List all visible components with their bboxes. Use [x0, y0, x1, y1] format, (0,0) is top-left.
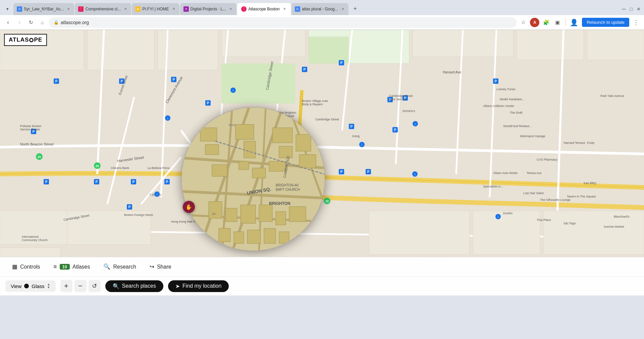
profile-icon[interactable]: A	[530, 18, 539, 27]
relaunch-button[interactable]: Relaunch to update	[582, 18, 629, 27]
svg-text:5000: 5000	[229, 123, 235, 127]
svg-text:i: i	[415, 173, 415, 176]
svg-rect-155	[234, 232, 244, 243]
svg-text:Blanchard's: Blanchard's	[614, 215, 630, 218]
svg-text:P: P	[55, 79, 58, 83]
research-button[interactable]: 🔍 Research	[97, 260, 143, 274]
extension-puzzle-icon[interactable]: 🧩	[541, 18, 551, 27]
svg-text:Tavern In The Square: Tavern In The Square	[567, 195, 596, 198]
menu-icon[interactable]: ⋮	[631, 18, 641, 27]
tab-favicon-5: 📍	[241, 6, 247, 12]
sidebar-button[interactable]: ▣	[553, 18, 562, 27]
tab-google[interactable]: G atlas plural - Goog... ✕	[291, 3, 348, 15]
zoom-in-button[interactable]: +	[60, 280, 72, 292]
search-icon: 🔍	[113, 283, 119, 289]
close-window-button[interactable]: ✕	[637, 6, 641, 12]
user-icon[interactable]: 👤	[569, 18, 579, 27]
atlases-label: Atlases	[72, 264, 90, 270]
forward-button[interactable]: ›	[15, 18, 24, 27]
svg-text:Body & Repairs: Body & Repairs	[302, 103, 323, 106]
svg-text:StreetFood Restaur...: StreetFood Restaur...	[503, 124, 532, 128]
tab-favicon-2: 📍	[78, 6, 84, 12]
svg-rect-136	[200, 128, 217, 141]
svg-text:Boston Foreign Motor: Boston Foreign Motor	[124, 213, 153, 217]
tab-close-6[interactable]: ✕	[340, 7, 345, 11]
svg-text:BRIGHTON-AV.: BRIGHTON-AV.	[276, 183, 299, 187]
svg-text:20: 20	[38, 155, 41, 159]
svg-text:P: P	[128, 205, 131, 209]
tab-back-history[interactable]: ▾	[3, 5, 11, 13]
svg-text:Park Yale Avenue: Park Yale Avenue	[600, 94, 624, 98]
svg-text:Domino's: Domino's	[402, 109, 415, 113]
search-places-button[interactable]: 🔍 Search places	[105, 280, 163, 292]
maximize-button[interactable]: □	[630, 6, 633, 12]
svg-text:Kao BBQ: Kao BBQ	[584, 181, 596, 185]
reload-button[interactable]: ↻	[26, 18, 36, 27]
svg-text:International: International	[22, 235, 39, 238]
svg-text:P: P	[207, 101, 209, 105]
svg-text:Motorsport Garage: Motorsport Garage	[520, 134, 545, 138]
svg-text:Thai Place: Thai Place	[537, 218, 551, 222]
atlascope-logo[interactable]: ATLAS PE	[4, 34, 47, 46]
tab-atlascope[interactable]: 📍 Atlascope Boston ✕	[237, 3, 290, 15]
svg-text:P: P	[45, 180, 48, 184]
tab-bar: ▾ S Syr_Law_NYBar_Ac... ✕ 📍 Comprehensiv…	[0, 0, 644, 15]
atlases-button[interactable]: ≡ 10 Atlases	[47, 260, 97, 274]
atlases-badge: 10	[60, 264, 70, 270]
tab-close-1[interactable]: ✕	[66, 7, 71, 11]
svg-text:North Beacon Street: North Beacon Street	[20, 142, 54, 146]
search-places-label: Search places	[122, 283, 156, 289]
back-button[interactable]: ‹	[3, 18, 13, 27]
svg-text:P: P	[96, 180, 98, 184]
tab-syr-law[interactable]: S Syr_Law_NYBar_Ac... ✕	[13, 3, 74, 15]
svg-text:Lutz Hair Salon: Lutz Hair Salon	[523, 191, 544, 195]
svg-rect-151	[259, 205, 272, 222]
svg-text:i: i	[233, 89, 233, 92]
view-chevron: ▲ ▼	[47, 283, 50, 289]
tab-close-2[interactable]: ✕	[123, 7, 128, 11]
tab-favicon-3: ★	[135, 6, 141, 12]
svg-rect-152	[276, 212, 286, 225]
controls-button[interactable]: ▦ Controls	[5, 260, 47, 274]
share-button[interactable]: ↪ Share	[143, 260, 178, 274]
svg-text:CVS Pharmacy: CVS Pharmacy	[537, 158, 557, 161]
svg-text:P: P	[166, 180, 168, 184]
svg-text:BRIGHTON: BRIGHTON	[269, 201, 290, 206]
map-container[interactable]: P P P P P P P P P P P P P P	[0, 30, 644, 295]
svg-rect-144	[279, 146, 292, 158]
svg-text:Polestar Boston: Polestar Boston	[20, 124, 42, 128]
zoom-out-button[interactable]: −	[74, 280, 87, 292]
svg-text:The Silhouette Lounge: The Silhouette Lounge	[540, 198, 571, 202]
home-button[interactable]: ⌂	[38, 18, 47, 27]
svg-text:P: P	[132, 180, 135, 184]
zoom-reset-button[interactable]: ↺	[89, 280, 101, 292]
tab-label-2: Comprehensive cl...	[85, 7, 121, 11]
find-location-button[interactable]: ➤ Find my location	[168, 280, 229, 292]
svg-text:i: i	[157, 193, 157, 196]
tab-close-4[interactable]: ✕	[228, 7, 233, 11]
bookmark-button[interactable]: ☆	[519, 18, 528, 27]
tab-label-1: Syr_Law_NYBar_Ac...	[24, 7, 64, 11]
tab-close-3[interactable]: ✕	[171, 7, 176, 11]
svg-rect-145	[269, 161, 286, 171]
tab-label-3: PI.FYI | HOME	[142, 7, 169, 11]
svg-rect-143	[272, 128, 292, 143]
svg-text:Model Hardware...: Model Hardware...	[500, 98, 525, 101]
tab-label-4: Digital Projects · L...	[191, 7, 226, 11]
url-bar[interactable]: 🔒 atlascope.org	[49, 17, 517, 28]
svg-text:Cambridge Street: Cambridge Street	[315, 118, 339, 121]
svg-rect-139	[235, 124, 254, 139]
svg-rect-154	[219, 228, 230, 242]
tab-favicon-4: ✳	[183, 6, 189, 12]
svg-rect-4	[221, 30, 305, 57]
svg-text:P: P	[367, 170, 370, 174]
tab-close-5[interactable]: ✕	[282, 7, 287, 11]
tab-comprehensive[interactable]: 📍 Comprehensive cl... ✕	[75, 3, 131, 15]
tab-pifyi[interactable]: ★ PI.FYI | HOME ✕	[132, 3, 179, 15]
minimize-button[interactable]: ─	[622, 6, 626, 12]
tab-digital-projects[interactable]: ✳ Digital Projects · L... ✕	[180, 3, 237, 15]
svg-rect-158	[279, 232, 289, 243]
new-tab-button[interactable]: +	[351, 4, 360, 14]
view-selector[interactable]: View Glass ▲ ▼	[5, 280, 56, 292]
svg-text:Community Church: Community Church	[22, 238, 48, 242]
